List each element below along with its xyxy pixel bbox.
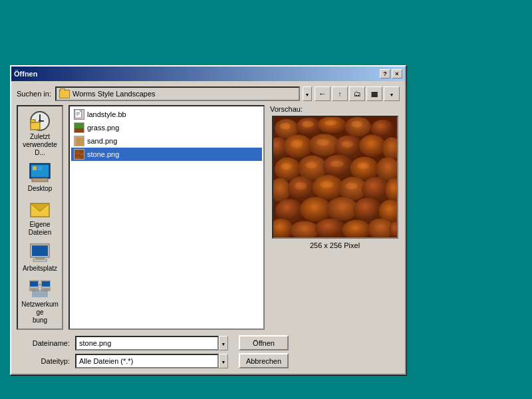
filetype-input[interactable]: [75, 354, 219, 368]
svg-rect-16: [33, 259, 47, 261]
svg-point-80: [316, 139, 329, 146]
svg-point-81: [341, 141, 353, 148]
svg-point-78: [351, 121, 362, 128]
svg-rect-26: [32, 291, 48, 297]
location-dropdown[interactable]: Worms Style Landscapes: [55, 86, 300, 101]
svg-point-66: [327, 197, 358, 220]
svg-rect-33: [74, 123, 84, 128]
filename-row: Dateiname: Öffnen: [17, 335, 400, 350]
preview-image: [272, 116, 398, 239]
bb-file-icon: [74, 109, 84, 120]
filename-chevron-icon: [221, 339, 226, 347]
list-item[interactable]: grass.png: [71, 121, 262, 134]
preview-size-text: 256 x 256 Pixel: [310, 241, 360, 249]
title-bar-buttons: ? ×: [380, 69, 402, 78]
close-button[interactable]: ×: [392, 69, 402, 78]
svg-rect-14: [32, 245, 48, 256]
cancel-button-col: Abbrechen: [239, 353, 289, 368]
svg-point-85: [357, 162, 369, 169]
filename: grass.png: [87, 124, 119, 132]
dialog-title: Öffnen: [14, 70, 37, 78]
network-icon: [29, 278, 51, 299]
svg-rect-8: [33, 166, 37, 170]
computer-icon: [29, 242, 51, 263]
sidebar-item-recent[interactable]: Zuletztverwendete D...: [19, 109, 61, 158]
svg-rect-5: [31, 120, 35, 122]
preview-label: Vorschau:: [270, 105, 303, 113]
preview-area: Vorschau:: [270, 105, 400, 330]
chevron-down-icon: [305, 90, 310, 98]
search-in-label: Suchen in:: [17, 90, 51, 98]
view-dropdown-button[interactable]: [384, 86, 400, 101]
clock-icon: [29, 110, 51, 132]
location-dropdown-arrow[interactable]: [303, 86, 312, 101]
filetype-dropdown-arrow[interactable]: [219, 354, 228, 368]
toolbar-row: Suchen in: Worms Style Landscapes ↑: [17, 86, 400, 101]
svg-point-39: [80, 153, 84, 156]
filetype-row: Dateityp: Abbrechen: [17, 353, 400, 368]
svg-rect-34: [74, 128, 84, 133]
svg-point-88: [345, 183, 357, 190]
filename-label: Dateiname:: [17, 339, 70, 347]
sidebar-item-network[interactable]: Netzwerkumgebung: [19, 277, 61, 326]
new-folder-button[interactable]: 🗂: [349, 86, 365, 101]
open-file-dialog: Öffnen ? × Suchen in: Worms Style Landsc…: [10, 65, 406, 375]
sidebar-network-label: Netzwerkumgebung: [20, 301, 60, 325]
up-button[interactable]: ↑: [332, 86, 348, 101]
main-area: Zuletztverwendete D...: [17, 105, 400, 330]
filename-input-wrap: [75, 336, 228, 350]
svg-rect-23: [29, 289, 39, 291]
view-button[interactable]: ≣: [366, 86, 382, 101]
filetype-input-wrap: [75, 354, 228, 368]
filetype-chevron-icon: [221, 357, 226, 365]
list-item[interactable]: stone.png: [71, 148, 262, 161]
view-icon: ≣: [370, 88, 378, 99]
stone-texture: [273, 117, 397, 237]
svg-rect-20: [42, 281, 50, 287]
help-button[interactable]: ?: [380, 69, 390, 78]
sidebar-desktop-label: Desktop: [28, 185, 53, 193]
title-bar: Öffnen ? ×: [11, 66, 405, 81]
svg-point-86: [295, 182, 307, 190]
location-text: Worms Style Landscapes: [72, 90, 296, 98]
dialog-body: Suchen in: Worms Style Landscapes ↑: [11, 81, 405, 374]
svg-point-65: [300, 197, 331, 221]
filetype-label: Dateityp:: [17, 357, 70, 365]
cancel-button[interactable]: Abbrechen: [239, 353, 289, 368]
filename-input[interactable]: [75, 336, 219, 350]
svg-point-77: [325, 120, 336, 126]
stone-file-icon: [74, 149, 84, 160]
folder-icon: [59, 90, 70, 98]
list-item[interactable]: landstyle.bb: [71, 108, 262, 121]
svg-point-75: [279, 123, 290, 130]
svg-point-84: [331, 161, 344, 168]
svg-rect-10: [32, 178, 48, 182]
sidebar-documents-label: Eigene Dateien: [20, 221, 60, 237]
grass-file-icon: [74, 122, 84, 133]
filename-dropdown-arrow[interactable]: [219, 336, 228, 350]
svg-point-87: [320, 182, 333, 188]
desktop: Öffnen ? × Suchen in: Worms Style Landsc…: [0, 0, 532, 399]
view-chevron-icon: [390, 90, 394, 98]
svg-rect-25: [41, 289, 51, 291]
open-button[interactable]: Öffnen: [239, 335, 289, 350]
svg-rect-9: [38, 166, 42, 170]
action-buttons: Öffnen: [239, 335, 289, 350]
sidebar-item-desktop[interactable]: Desktop: [19, 161, 61, 194]
new-folder-icon: 🗂: [354, 90, 361, 98]
svg-point-51: [359, 134, 385, 156]
svg-point-40: [76, 156, 80, 160]
list-item[interactable]: sand.png: [71, 134, 262, 148]
sidebar-item-documents[interactable]: Eigene Dateien: [19, 197, 61, 238]
nav-buttons: ↑ 🗂 ≣: [315, 86, 400, 101]
sidebar-item-computer[interactable]: Arbeitsplatz: [19, 241, 61, 274]
filename: landstyle.bb: [87, 110, 126, 118]
svg-rect-4: [31, 122, 40, 130]
svg-point-76: [302, 121, 314, 128]
back-button[interactable]: [315, 86, 331, 101]
svg-point-79: [291, 140, 303, 148]
documents-icon: [29, 198, 51, 219]
file-list[interactable]: landstyle.bb grass.png: [68, 105, 265, 330]
svg-point-38: [76, 152, 80, 155]
back-icon: [319, 89, 327, 98]
